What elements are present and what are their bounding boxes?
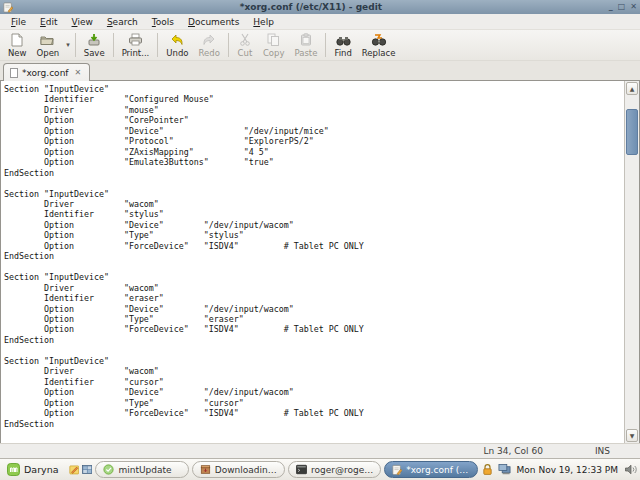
status-bar: Ln 34, Col 60 INS <box>0 443 640 458</box>
save-icon <box>87 33 101 47</box>
padlock-icon[interactable] <box>481 463 494 476</box>
editor-area: Section "InputDevice" Identifier "Config… <box>0 81 640 443</box>
insert-mode-indicator: INS <box>595 446 610 456</box>
linuxmint-logo-icon <box>7 463 20 476</box>
menu-label: Daryna <box>24 464 59 475</box>
undo-button[interactable]: Undo <box>161 32 193 59</box>
open-button[interactable]: Open <box>32 32 65 59</box>
copy-pages-button[interactable]: Copy <box>258 32 290 59</box>
copy-pages-icon <box>267 33 280 47</box>
mint-menu-button[interactable]: Daryna <box>3 461 66 478</box>
menu-help[interactable]: Help <box>246 15 281 29</box>
taskbar: Daryna mintUpdate Downloa <box>0 458 640 480</box>
find-button[interactable]: Find <box>329 32 356 59</box>
document-icon <box>10 68 18 78</box>
scissors-icon <box>239 33 251 47</box>
open-folder-icon <box>40 33 55 47</box>
tab-close-icon[interactable]: ✕ <box>73 67 84 78</box>
toolbar-separator <box>157 33 158 57</box>
cut-button[interactable]: Cut <box>232 32 258 59</box>
package-download-icon <box>200 464 211 475</box>
task-gedit-xorg-conf[interactable]: *xorg.conf (/etc/... <box>384 461 477 478</box>
terminal-icon <box>296 464 307 475</box>
task-downloading[interactable]: Downloading pac... <box>192 461 285 478</box>
binoculars-replace-icon <box>371 33 387 47</box>
mintupdate-shield-icon <box>103 464 114 475</box>
menu-tools[interactable]: Tools <box>145 15 181 29</box>
gedit-notepad-pencil-icon <box>392 464 402 476</box>
system-tray: Mon Nov 19, 12:33 PM <box>481 463 637 476</box>
tab-xorg-conf[interactable]: *xorg.conf ✕ <box>3 63 90 81</box>
toolbar-separator <box>75 33 76 57</box>
task-terminal[interactable]: roger@roger-des... <box>288 461 381 478</box>
toolbar-separator <box>228 33 229 57</box>
network-monitors-icon[interactable] <box>498 463 511 476</box>
save-button[interactable]: Save <box>79 32 110 59</box>
gedit-window: *xorg.conf (/etc/X11) - gedit _ □ ✕ File… <box>0 0 640 480</box>
menu-bar: File Edit View Search Tools Documents He… <box>0 14 640 30</box>
toolbar-separator <box>325 33 326 57</box>
window-title: *xorg.conf (/etc/X11) - gedit <box>17 2 605 12</box>
toolbar: New Open ▾ Save Print... <box>0 30 640 61</box>
tab-bar: *xorg.conf ✕ <box>0 61 640 81</box>
task-label: mintUpdate <box>118 465 171 475</box>
speaker-icon[interactable] <box>624 463 637 476</box>
task-mintupdate[interactable]: mintUpdate <box>95 461 188 478</box>
title-bar[interactable]: *xorg.conf (/etc/X11) - gedit _ □ ✕ <box>0 0 640 14</box>
scroll-down-icon[interactable]: ▼ <box>626 429 638 442</box>
maximize-button[interactable]: □ <box>618 3 626 11</box>
menu-file[interactable]: File <box>4 15 33 29</box>
cursor-position: Ln 34, Col 60 <box>484 446 543 456</box>
workspace-pager-icon[interactable] <box>82 463 92 476</box>
print-button[interactable]: Print... <box>117 32 155 59</box>
printer-icon <box>128 33 143 47</box>
close-button[interactable]: ✕ <box>630 3 637 11</box>
gedit-notepad-pencil-icon <box>3 2 13 13</box>
menu-edit[interactable]: Edit <box>33 15 64 29</box>
vertical-scrollbar[interactable]: ▲ ▼ <box>624 81 639 443</box>
undo-arrow-icon <box>170 33 184 47</box>
new-document-icon <box>11 33 23 47</box>
clipboard-icon <box>300 33 312 47</box>
menu-view[interactable]: View <box>65 15 100 29</box>
task-label: Downloading pac... <box>215 465 277 475</box>
replace-button[interactable]: Replace <box>357 32 401 59</box>
minimize-button[interactable]: _ <box>609 3 613 11</box>
task-label: roger@roger-des... <box>311 465 373 475</box>
notes-pencil-icon[interactable] <box>69 463 79 476</box>
tab-title: *xorg.conf <box>22 68 69 78</box>
toolbar-separator <box>113 33 114 57</box>
scroll-up-icon[interactable]: ▲ <box>626 82 638 95</box>
document-content[interactable]: Section "InputDevice" Identifier "Config… <box>1 81 624 429</box>
text-view[interactable]: Section "InputDevice" Identifier "Config… <box>1 81 624 443</box>
task-label: *xorg.conf (/etc/... <box>406 465 469 475</box>
open-dropdown-arrow[interactable]: ▾ <box>64 41 72 49</box>
new-button[interactable]: New <box>3 32 32 59</box>
menu-search[interactable]: Search <box>100 15 145 29</box>
redo-button[interactable]: Redo <box>194 32 225 59</box>
binoculars-icon <box>336 33 351 47</box>
redo-arrow-icon <box>202 33 216 47</box>
menu-documents[interactable]: Documents <box>181 15 246 29</box>
scrollbar-thumb[interactable] <box>626 109 638 155</box>
clock[interactable]: Mon Nov 19, 12:33 PM <box>515 465 620 475</box>
paste-button[interactable]: Paste <box>289 32 322 59</box>
